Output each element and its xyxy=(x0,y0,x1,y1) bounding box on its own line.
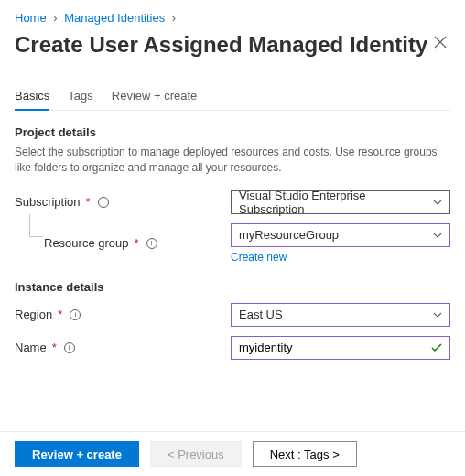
subscription-select[interactable]: Visual Studio Enterprise Subscription xyxy=(231,190,450,214)
breadcrumb: Home › Managed Identities › xyxy=(15,11,450,25)
breadcrumb-home[interactable]: Home xyxy=(15,11,47,25)
info-icon[interactable]: i xyxy=(146,238,157,249)
check-icon xyxy=(431,343,442,352)
tab-basics[interactable]: Basics xyxy=(15,83,49,110)
info-icon[interactable]: i xyxy=(98,197,109,208)
required-marker: * xyxy=(135,236,139,250)
tab-review-create[interactable]: Review + create xyxy=(112,83,198,110)
required-marker: * xyxy=(58,308,62,321)
name-label: Name xyxy=(15,341,47,354)
chevron-right-icon: › xyxy=(53,11,57,25)
instance-details-heading: Instance details xyxy=(15,280,450,294)
required-marker: * xyxy=(86,195,91,209)
page-title: Create User Assigned Managed Identity xyxy=(15,32,427,58)
region-label: Region xyxy=(15,308,52,321)
subscription-label: Subscription xyxy=(15,195,81,209)
chevron-down-icon xyxy=(433,200,442,205)
resource-group-select[interactable]: myResourceGroup xyxy=(231,223,450,247)
name-input-wrapper xyxy=(231,336,450,360)
project-details-heading: Project details xyxy=(15,125,450,139)
info-icon[interactable]: i xyxy=(70,309,81,320)
next-button[interactable]: Next : Tags > xyxy=(253,441,357,467)
subscription-value: Visual Studio Enterprise Subscription xyxy=(239,189,427,216)
review-create-button[interactable]: Review + create xyxy=(15,441,139,467)
region-select[interactable]: East US xyxy=(231,303,450,327)
resource-group-value: myResourceGroup xyxy=(239,228,339,242)
resource-group-label: Resource group xyxy=(44,236,129,250)
info-icon[interactable]: i xyxy=(64,342,75,353)
project-details-description: Select the subscription to manage deploy… xyxy=(15,145,450,176)
footer: Review + create < Previous Next : Tags > xyxy=(0,431,465,476)
region-value: East US xyxy=(239,308,283,321)
tab-tags[interactable]: Tags xyxy=(68,83,92,110)
previous-button: < Previous xyxy=(150,441,242,467)
chevron-down-icon xyxy=(433,312,442,318)
breadcrumb-managed-identities[interactable]: Managed Identities xyxy=(64,11,165,25)
name-input[interactable] xyxy=(239,341,427,354)
tabs: Basics Tags Review + create xyxy=(15,83,450,111)
required-marker: * xyxy=(52,341,57,354)
chevron-down-icon xyxy=(433,233,442,238)
close-icon[interactable] xyxy=(430,32,450,52)
create-new-link[interactable]: Create new xyxy=(231,251,287,264)
chevron-right-icon: › xyxy=(172,11,176,25)
